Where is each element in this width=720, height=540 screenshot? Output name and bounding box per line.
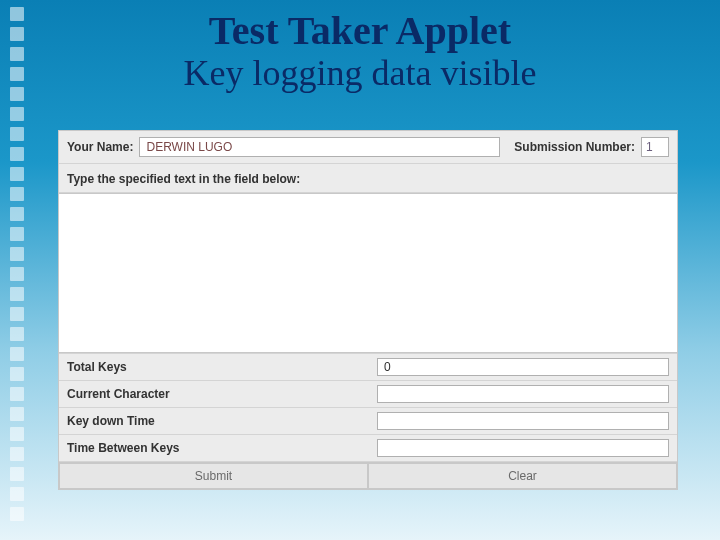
decorative-square (10, 367, 24, 381)
decorative-square (10, 467, 24, 481)
decorative-square (10, 347, 24, 361)
decorative-square (10, 387, 24, 401)
slide-subtitle: Key logging data visible (0, 54, 720, 94)
decorative-square (10, 307, 24, 321)
current-character-value (377, 385, 669, 403)
decorative-square (10, 247, 24, 261)
decorative-square (10, 407, 24, 421)
submission-number-input[interactable] (641, 137, 669, 157)
time-between-keys-row: Time Between Keys (59, 435, 677, 462)
instruction-label: Type the specified text in the field bel… (59, 164, 677, 193)
submit-button[interactable]: Submit (59, 463, 368, 489)
decorative-square (10, 127, 24, 141)
decorative-square (10, 427, 24, 441)
current-character-row: Current Character (59, 381, 677, 408)
decorative-square (10, 227, 24, 241)
total-keys-value (377, 358, 669, 376)
slide-titles: Test Taker Applet Key logging data visib… (0, 10, 720, 94)
decorative-square (10, 167, 24, 181)
key-down-time-value (377, 412, 669, 430)
decorative-square (10, 187, 24, 201)
slide-title: Test Taker Applet (0, 10, 720, 52)
decorative-square (10, 267, 24, 281)
total-keys-label: Total Keys (67, 360, 377, 374)
name-row: Your Name: Submission Number: (59, 131, 677, 164)
applet-panel: Your Name: Submission Number: Type the s… (58, 130, 678, 490)
clear-button[interactable]: Clear (368, 463, 677, 489)
decorative-square (10, 207, 24, 221)
typing-area-wrap (59, 193, 677, 354)
your-name-input[interactable] (139, 137, 500, 157)
slide-background: Test Taker Applet Key logging data visib… (0, 0, 720, 540)
time-between-keys-label: Time Between Keys (67, 441, 377, 455)
your-name-label: Your Name: (67, 140, 133, 154)
total-keys-row: Total Keys (59, 354, 677, 381)
typing-textarea[interactable] (59, 193, 677, 353)
key-down-time-row: Key down Time (59, 408, 677, 435)
decorative-square (10, 147, 24, 161)
submission-number-label: Submission Number: (514, 140, 635, 154)
decorative-square (10, 107, 24, 121)
decorative-square (10, 447, 24, 461)
decorative-square (10, 487, 24, 501)
decorative-square (10, 507, 24, 521)
decorative-square (10, 327, 24, 341)
decorative-square (10, 287, 24, 301)
current-character-label: Current Character (67, 387, 377, 401)
time-between-keys-value (377, 439, 669, 457)
button-row: Submit Clear (59, 462, 677, 489)
key-down-time-label: Key down Time (67, 414, 377, 428)
